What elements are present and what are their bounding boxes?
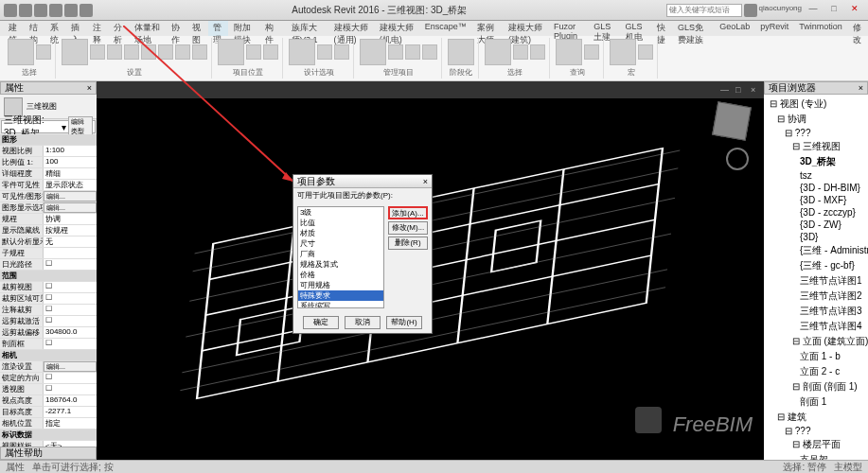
tree-item[interactable]: ⊟ 协调: [766, 112, 866, 127]
param-list-item[interactable]: 厂商: [298, 249, 383, 259]
ribbon-cmd-icon[interactable]: [610, 39, 636, 65]
ribbon-cmd-icon[interactable]: [334, 44, 349, 60]
tab-协作[interactable]: 协作: [167, 21, 186, 36]
prop-group-header[interactable]: 图形: [0, 134, 97, 146]
ribbon-cmd-icon[interactable]: [90, 44, 105, 60]
prop-value[interactable]: ☐: [44, 373, 97, 383]
view-close-icon[interactable]: ×: [751, 85, 760, 95]
tree-item[interactable]: ⊟ 立面 (建筑立面): [766, 334, 866, 349]
tab-建模大师(通用)[interactable]: 建模大师(通用): [329, 21, 374, 36]
prop-value[interactable]: ☐: [44, 316, 97, 326]
ribbon-cmd-icon[interactable]: [107, 44, 122, 60]
minimize-button[interactable]: —: [804, 4, 823, 17]
param-list-item[interactable]: 材质: [298, 228, 383, 238]
ribbon-cmd-icon[interactable]: [263, 44, 278, 60]
tab-修改[interactable]: 修改: [848, 21, 868, 36]
qat-open-icon[interactable]: [19, 4, 32, 17]
tab-GeoLab[interactable]: GeoLab: [715, 21, 754, 36]
tree-item[interactable]: {3D - DH-BIM}: [766, 182, 866, 194]
ribbon-cmd-icon[interactable]: [192, 44, 207, 60]
tab-视图[interactable]: 视图: [187, 21, 207, 36]
prop-value[interactable]: 304800.0: [44, 327, 97, 338]
properties-close-icon[interactable]: ×: [87, 83, 92, 93]
dialog-close-icon[interactable]: ×: [423, 177, 428, 186]
tree-item[interactable]: ⊟ ???: [766, 127, 866, 139]
tree-item[interactable]: {3D - zcczyp}: [766, 206, 866, 219]
ribbon-cmd-icon[interactable]: [141, 44, 156, 60]
param-list-item[interactable]: 价格: [298, 270, 383, 280]
maximize-button[interactable]: □: [824, 4, 843, 17]
prop-value[interactable]: 编辑...: [44, 361, 97, 372]
tree-item[interactable]: 剖面 1: [766, 394, 866, 410]
prop-value[interactable]: ☐: [44, 293, 97, 304]
tree-item[interactable]: {3D}: [766, 231, 866, 243]
ribbon-cmd-icon[interactable]: [530, 44, 545, 60]
prop-value[interactable]: ☐: [44, 259, 97, 270]
tab-案例大师[interactable]: 案例大师: [472, 21, 503, 36]
prop-value[interactable]: 编辑...: [44, 202, 97, 213]
param-list-item[interactable]: 比值: [298, 218, 383, 228]
tree-item[interactable]: 支吊架: [766, 452, 866, 460]
add-button[interactable]: 添加(A)...: [388, 206, 428, 219]
tree-item[interactable]: {三维 - gc-bf}: [766, 258, 866, 273]
ok-button[interactable]: 确定: [303, 316, 339, 329]
ribbon-cmd-icon[interactable]: [317, 44, 332, 60]
tab-快捷[interactable]: 快捷: [652, 21, 672, 36]
tree-item[interactable]: 三维节点详图1: [766, 273, 866, 289]
qat-print-icon[interactable]: [80, 4, 93, 17]
ribbon-cmd-icon[interactable]: [388, 44, 403, 60]
delete-button[interactable]: 删除(R): [388, 236, 428, 250]
tree-item[interactable]: tsz: [766, 169, 866, 182]
tab-体量和场地[interactable]: 体量和场地: [130, 21, 166, 36]
prop-value[interactable]: 186764.0: [44, 395, 97, 406]
param-list-item[interactable]: 系统缩写: [298, 301, 383, 308]
tree-item[interactable]: 三维节点详图3: [766, 304, 866, 319]
prop-value[interactable]: [44, 248, 97, 258]
ribbon-cmd-icon[interactable]: [513, 44, 528, 60]
project-tree[interactable]: ⊟ 视图 (专业)⊟ 协调⊟ ???⊟ 三维视图3D_桥架tsz{3D - DH…: [764, 95, 868, 460]
param-list-item[interactable]: 可用规格: [298, 280, 383, 290]
prop-value[interactable]: ☐: [44, 305, 97, 315]
tab-注释[interactable]: 注释: [88, 21, 108, 36]
view-min-icon[interactable]: —: [720, 85, 730, 95]
prop-value[interactable]: 编辑...: [44, 191, 97, 201]
tree-item[interactable]: ⊟ 建筑: [766, 410, 866, 425]
help-button[interactable]: 帮助(H): [386, 316, 422, 329]
tab-Enscape™[interactable]: Enscape™: [420, 21, 471, 36]
prop-value[interactable]: 按规程: [44, 225, 97, 236]
tree-item[interactable]: ⊟ 三维视图: [766, 139, 866, 154]
tree-item[interactable]: ⊟ 楼层平面: [766, 437, 866, 452]
ribbon-cmd-icon[interactable]: [448, 39, 474, 65]
prop-value[interactable]: 1:100: [44, 146, 97, 156]
ribbon-cmd-icon[interactable]: [289, 39, 315, 65]
tab-系统[interactable]: 系统: [45, 21, 65, 36]
qat-redo-icon[interactable]: [64, 4, 78, 17]
ribbon-cmd-icon[interactable]: [124, 44, 139, 60]
tree-item[interactable]: 立面 1 - b: [766, 349, 866, 364]
viewcube[interactable]: [712, 101, 752, 141]
ribbon-cmd-icon[interactable]: [8, 39, 34, 65]
properties-instance-dropdown[interactable]: 三维视图: 3D_桥架 ▾ 编辑类型: [1, 120, 96, 133]
modify-button[interactable]: 修改(M)...: [388, 221, 428, 235]
tree-item[interactable]: ⊟ 剖面 (剖面 1): [766, 379, 866, 394]
app-icon[interactable]: [4, 4, 17, 17]
param-list-item[interactable]: 3级: [298, 207, 383, 218]
tab-Twinmotion[interactable]: Twinmotion: [794, 21, 847, 36]
tree-item[interactable]: {3D - MXF}: [766, 194, 866, 206]
qat-undo-icon[interactable]: [49, 4, 62, 17]
infocenter-icon[interactable]: [744, 4, 757, 17]
tab-GLS免费建族[interactable]: GLS免费建族: [673, 21, 714, 36]
tree-item[interactable]: ⊟ 视图 (专业): [766, 96, 866, 112]
nav-wheel[interactable]: [726, 148, 749, 170]
prop-value[interactable]: ☐: [44, 339, 97, 349]
tree-item[interactable]: 3D_桥架: [766, 154, 866, 169]
ribbon-cmd-icon[interactable]: [584, 44, 599, 60]
ribbon-cmd-icon[interactable]: [638, 44, 653, 60]
tree-item[interactable]: 三维节点详图2: [766, 289, 866, 304]
tab-pyRevit[interactable]: pyRevit: [755, 21, 793, 36]
tab-结构[interactable]: 结构: [25, 21, 44, 36]
prop-value[interactable]: 协调: [44, 214, 97, 224]
tab-附加模块[interactable]: 附加模块: [229, 21, 259, 36]
prop-value[interactable]: 无: [44, 236, 97, 247]
ribbon-cmd-icon[interactable]: [556, 39, 582, 65]
